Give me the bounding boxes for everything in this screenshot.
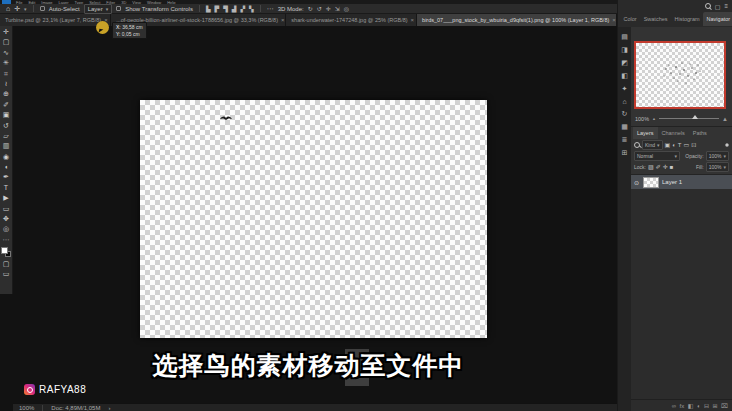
eraser-tool-icon[interactable]: ▱: [1, 132, 12, 140]
opacity-dropdown[interactable]: 100% ▾: [706, 151, 729, 161]
align-left-icon[interactable]: ▙: [206, 5, 211, 12]
brush-tool-icon[interactable]: ✐: [1, 101, 12, 109]
navigator-zoom-slider[interactable]: [659, 118, 719, 119]
tab-swatches[interactable]: Swatches: [640, 12, 671, 26]
tab-paths[interactable]: Paths: [689, 127, 711, 139]
clone-stamp-tool-icon[interactable]: ▣: [1, 111, 12, 119]
distribute-center-icon[interactable]: ▞: [240, 5, 245, 12]
lock-pixels-icon[interactable]: ✐: [656, 163, 661, 170]
panel-icon[interactable]: ▦: [621, 123, 628, 131]
3d-zoom-icon[interactable]: ◎: [344, 5, 349, 12]
panel-icon[interactable]: ◧: [621, 72, 628, 80]
3d-orbit-icon[interactable]: ↻: [308, 5, 313, 12]
kind-filter-dropdown[interactable]: Kind ▾: [642, 140, 663, 150]
lock-all-icon[interactable]: ■: [670, 164, 674, 170]
tab-channels[interactable]: Channels: [658, 127, 689, 139]
tab-shark-underwater[interactable]: shark-underwater-1747248.jpg @ 25% (RGB/…: [286, 14, 417, 26]
new-layer-icon[interactable]: ⊞: [713, 402, 718, 409]
distribute-top-icon[interactable]: ▟: [232, 5, 237, 12]
search-icon[interactable]: [705, 3, 711, 9]
filter-pixel-icon[interactable]: ▣: [665, 141, 671, 148]
show-transform-checkbox[interactable]: [116, 6, 121, 11]
panel-icon[interactable]: ◩: [621, 59, 628, 67]
close-icon[interactable]: ×: [612, 17, 616, 23]
3d-roll-icon[interactable]: ↺: [317, 5, 322, 12]
blend-mode-dropdown[interactable]: Normal ▾: [634, 151, 680, 161]
type-tool-icon[interactable]: T: [1, 184, 12, 192]
layer-style-fx-icon[interactable]: fx: [680, 403, 685, 409]
tab-turbine-psd[interactable]: Turbine.psd @ 23,1% (Layer 7, RGB/8) ×: [0, 14, 111, 26]
workspace-icon[interactable]: ▢: [715, 3, 721, 10]
panel-icon[interactable]: ↻: [622, 110, 628, 118]
zoom-tool-icon[interactable]: ◎: [1, 225, 12, 233]
tab-navigator[interactable]: Navigator: [703, 12, 732, 26]
close-icon[interactable]: ×: [411, 17, 415, 23]
align-right-icon[interactable]: ▜: [223, 5, 228, 12]
delete-layer-icon[interactable]: ⌧: [721, 402, 728, 409]
panel-icon[interactable]: ▤: [621, 33, 628, 41]
marquee-tool-icon[interactable]: ▢: [1, 38, 12, 46]
zoom-in-icon[interactable]: ▲: [722, 116, 728, 122]
filter-adjustment-icon[interactable]: ◐: [672, 142, 676, 148]
filter-toggle-icon[interactable]: [725, 143, 729, 147]
align-center-icon[interactable]: ▛: [215, 5, 220, 12]
path-select-tool-icon[interactable]: ▶: [1, 194, 12, 202]
navigator-preview[interactable]: [634, 41, 726, 109]
filter-shape-icon[interactable]: ▭: [684, 141, 690, 148]
tab-color[interactable]: Color: [620, 12, 640, 26]
eyedropper-tool-icon[interactable]: ≀: [1, 80, 12, 88]
hand-tool-icon[interactable]: ✥: [1, 215, 12, 223]
panel-icon[interactable]: ≣: [622, 136, 628, 144]
dodge-tool-icon[interactable]: ◖: [1, 163, 12, 171]
filter-type-icon[interactable]: T: [678, 142, 682, 148]
layer-name[interactable]: Layer 1: [662, 179, 682, 185]
panel-icon[interactable]: ◨: [621, 46, 628, 54]
foreground-color-swatch[interactable]: [1, 247, 8, 254]
tab-histogram[interactable]: Histogram: [671, 12, 703, 26]
slider-thumb[interactable]: [692, 115, 698, 119]
lasso-tool-icon[interactable]: ∿: [1, 49, 12, 57]
edit-toolbar-icon[interactable]: ⋯: [1, 236, 12, 244]
magic-wand-tool-icon[interactable]: ✳: [1, 59, 12, 67]
3d-slide-icon[interactable]: ⇲: [335, 5, 340, 12]
navigator-zoom-value[interactable]: 100%: [635, 116, 649, 122]
more-options-icon[interactable]: ⋯: [267, 5, 274, 12]
layer-row-selected[interactable]: ⊙ Layer 1: [631, 175, 732, 189]
auto-select-checkbox[interactable]: [40, 6, 45, 11]
move-tool-icon[interactable]: ✛: [14, 5, 20, 12]
add-mask-icon[interactable]: ◧: [688, 402, 694, 409]
panel-icon[interactable]: ⌂: [622, 98, 626, 105]
document-canvas[interactable]: [140, 100, 487, 338]
status-zoom-level[interactable]: 100%: [19, 405, 34, 411]
quick-mask-icon[interactable]: ▢: [1, 260, 12, 268]
home-icon[interactable]: ⌂: [6, 5, 10, 12]
tab-birds-png-active[interactable]: birds_07___png_stock_by_wbuiria_d9qfsit(…: [417, 14, 617, 26]
visibility-eye-icon[interactable]: ⊙: [633, 179, 640, 186]
zoom-out-icon[interactable]: ▲: [652, 116, 656, 121]
status-chevron-icon[interactable]: ›: [108, 405, 110, 411]
history-brush-tool-icon[interactable]: ↺: [1, 122, 12, 130]
color-swatches[interactable]: [1, 247, 11, 257]
layer-thumbnail[interactable]: [643, 177, 659, 188]
tab-layers[interactable]: Layers: [633, 127, 658, 139]
close-icon[interactable]: ×: [281, 17, 285, 23]
panel-icon[interactable]: ⊞: [622, 149, 628, 157]
blur-tool-icon[interactable]: ◉: [1, 153, 12, 161]
lock-position-icon[interactable]: ✛: [663, 163, 668, 170]
gradient-tool-icon[interactable]: ▥: [1, 142, 12, 150]
new-group-icon[interactable]: ⊟: [704, 402, 709, 409]
fill-dropdown[interactable]: 100% ▾: [706, 162, 729, 172]
lock-transparency-icon[interactable]: ▨: [648, 163, 654, 170]
shape-tool-icon[interactable]: ▭: [1, 205, 12, 213]
3d-pan-icon[interactable]: ✛: [326, 5, 331, 12]
adjustment-layer-icon[interactable]: ◐: [697, 403, 701, 409]
panel-menu-icon[interactable]: ≡: [724, 3, 728, 9]
screen-mode-icon[interactable]: ▭: [1, 270, 12, 278]
filter-smart-object-icon[interactable]: ⊡: [691, 141, 696, 148]
link-layers-icon[interactable]: ∞: [672, 403, 676, 409]
crop-tool-icon[interactable]: ⌗: [1, 70, 12, 78]
panel-icon[interactable]: ✦: [622, 85, 628, 93]
pen-tool-icon[interactable]: ✒: [1, 173, 12, 181]
healing-brush-tool-icon[interactable]: ⊕: [1, 90, 12, 98]
auto-select-target-dropdown[interactable]: Layer ▾: [84, 4, 113, 14]
